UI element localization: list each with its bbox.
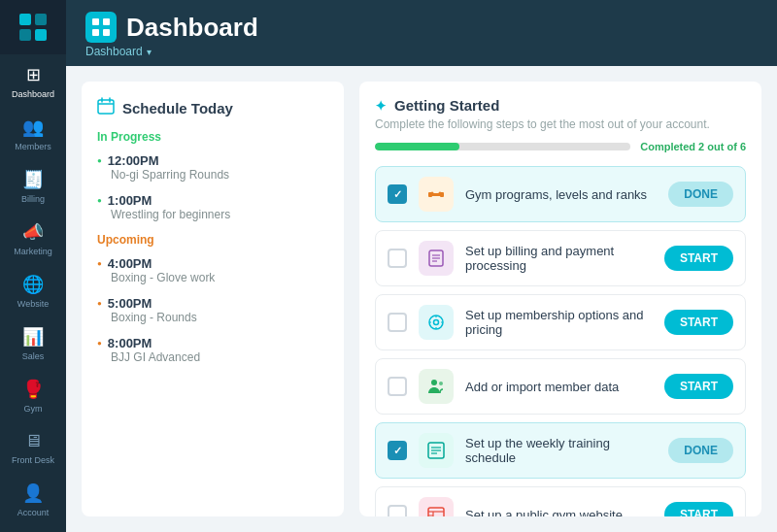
svg-point-21: [429, 316, 443, 329]
account-icon: 👤: [22, 482, 44, 504]
svg-point-15: [431, 192, 434, 195]
sidebar-item-account[interactable]: 👤 Account: [0, 473, 66, 525]
dashboard-icon: ⊞: [26, 64, 41, 85]
step-item-members: Add or import member data START: [375, 358, 746, 415]
schedule-desc: No-gi Sparring Rounds: [97, 168, 328, 182]
step-checkbox-billing[interactable]: [388, 249, 407, 268]
sidebar-label-frontdesk: Front Desk: [12, 455, 54, 465]
gs-title-text: Getting Started: [394, 97, 499, 114]
progress-bar-bg: [375, 143, 630, 150]
upcoming-section: Upcoming 4:00PM Boxing - Glove work 5:00…: [97, 233, 328, 364]
step-label-schedule: Set up the weekly training schedule: [465, 436, 657, 465]
step-checkbox-members[interactable]: [388, 377, 407, 396]
step-label-membership: Set up membership options and pricing: [465, 308, 653, 337]
page-title: Dashboard: [126, 13, 258, 43]
step-done-btn-gym-programs[interactable]: DONE: [668, 182, 733, 207]
progress-text: Completed 2 out of 6: [640, 141, 746, 152]
svg-rect-3: [35, 29, 47, 41]
sidebar-item-website[interactable]: 🌐 Website: [0, 264, 66, 316]
schedule-desc: BJJ GI Advanced: [97, 350, 328, 364]
sidebar-label-dashboard: Dashboard: [12, 89, 54, 99]
schedule-item: 8:00PM BJJ GI Advanced: [97, 336, 328, 364]
schedule-time: 1:00PM: [97, 193, 328, 208]
schedule-card: Schedule Today In Progress 12:00PM No-gi…: [82, 82, 344, 516]
svg-rect-0: [19, 14, 31, 25]
gs-title: ✦ Getting Started: [375, 97, 746, 114]
content-area: Schedule Today In Progress 12:00PM No-gi…: [66, 66, 777, 532]
gs-title-icon: ✦: [375, 98, 387, 114]
step-start-btn-members[interactable]: START: [664, 374, 733, 399]
step-start-btn-membership[interactable]: START: [664, 310, 733, 335]
svg-rect-1: [35, 14, 47, 25]
breadcrumb: Dashboard ▾: [85, 45, 758, 58]
sidebar-item-members[interactable]: 👥 Members: [0, 107, 66, 159]
step-checkbox-schedule[interactable]: [388, 441, 407, 460]
schedule-item: 1:00PM Wrestling for beginners: [97, 193, 328, 221]
svg-rect-2: [19, 29, 31, 41]
svg-rect-4: [92, 18, 99, 25]
website-icon: 🌐: [22, 274, 44, 295]
schedule-desc: Wrestling for beginners: [97, 208, 328, 221]
getting-started-card: ✦ Getting Started Complete the following…: [359, 82, 761, 516]
breadcrumb-arrow-icon: ▾: [147, 47, 152, 57]
sidebar-label-account: Account: [17, 508, 50, 517]
sidebar-item-help[interactable]: ❓ Help: [0, 525, 66, 532]
svg-rect-6: [92, 29, 99, 36]
billing-icon: 🧾: [22, 169, 44, 190]
step-icon-membership: [419, 305, 454, 340]
step-icon-members: [419, 369, 454, 404]
step-icon-website: [419, 497, 454, 516]
step-label-website: Set up a public gym website: [465, 508, 653, 517]
sidebar-label-gym: Gym: [24, 404, 43, 414]
members-icon: 👥: [22, 116, 44, 138]
schedule-time: 8:00PM: [97, 336, 328, 350]
step-label-billing: Set up billing and payment processing: [465, 244, 653, 273]
svg-rect-8: [98, 100, 114, 114]
svg-point-27: [431, 380, 437, 385]
step-label-members: Add or import member data: [465, 380, 653, 394]
in-progress-section: In Progress 12:00PM No-gi Sparring Round…: [97, 130, 328, 221]
svg-point-16: [439, 192, 442, 195]
sidebar-label-marketing: Marketing: [14, 247, 52, 256]
sidebar-item-dashboard[interactable]: ⊞ Dashboard: [0, 54, 66, 107]
progress-bar-fill: [375, 143, 459, 150]
step-start-btn-billing[interactable]: START: [664, 246, 733, 271]
schedule-item: 4:00PM Boxing - Glove work: [97, 256, 328, 284]
sidebar-item-frontdesk[interactable]: 🖥 Front Desk: [0, 421, 66, 473]
upcoming-label: Upcoming: [97, 233, 328, 247]
sidebar-item-gym[interactable]: 🥊 Gym: [0, 369, 66, 421]
gs-subtitle: Complete the following steps to get the …: [375, 117, 746, 131]
step-checkbox-membership[interactable]: [388, 313, 407, 332]
sidebar-item-billing[interactable]: 🧾 Billing: [0, 159, 66, 212]
schedule-card-title: Schedule Today: [97, 97, 328, 118]
step-done-btn-schedule[interactable]: DONE: [668, 438, 733, 463]
step-item-schedule: Set up the weekly training schedule DONE: [375, 422, 746, 479]
header-title-row: Dashboard: [85, 12, 758, 43]
main-content: Dashboard Dashboard ▾ Schedule Today: [66, 0, 777, 532]
sidebar-label-sales: Sales: [22, 351, 45, 361]
schedule-item: 5:00PM Boxing - Rounds: [97, 296, 328, 324]
sidebar-item-marketing[interactable]: 📣 Marketing: [0, 212, 66, 264]
step-start-btn-website[interactable]: START: [664, 502, 733, 516]
marketing-icon: 📣: [22, 221, 44, 243]
step-item-website: Set up a public gym website START: [375, 486, 746, 516]
svg-rect-5: [103, 18, 110, 25]
schedule-desc: Boxing - Glove work: [97, 271, 328, 284]
schedule-title-icon: [97, 97, 115, 118]
header: Dashboard Dashboard ▾: [66, 0, 777, 66]
schedule-title-text: Schedule Today: [122, 100, 233, 116]
in-progress-label: In Progress: [97, 130, 328, 144]
frontdesk-icon: 🖥: [24, 431, 42, 451]
step-icon-billing: [419, 241, 454, 276]
step-checkbox-website[interactable]: [388, 505, 407, 516]
schedule-time: 5:00PM: [97, 296, 328, 311]
schedule-time: 4:00PM: [97, 256, 328, 271]
step-icon-schedule: [419, 433, 454, 468]
step-checkbox-gym-programs[interactable]: [388, 184, 407, 204]
step-item-gym-programs: Gym programs, levels and ranks DONE: [375, 166, 746, 222]
svg-rect-7: [103, 29, 110, 36]
sidebar-label-website: Website: [17, 299, 49, 309]
step-item-billing: Set up billing and payment processing ST…: [375, 230, 746, 286]
sidebar-item-sales[interactable]: 📊 Sales: [0, 316, 66, 369]
schedule-item: 12:00PM No-gi Sparring Rounds: [97, 153, 328, 182]
